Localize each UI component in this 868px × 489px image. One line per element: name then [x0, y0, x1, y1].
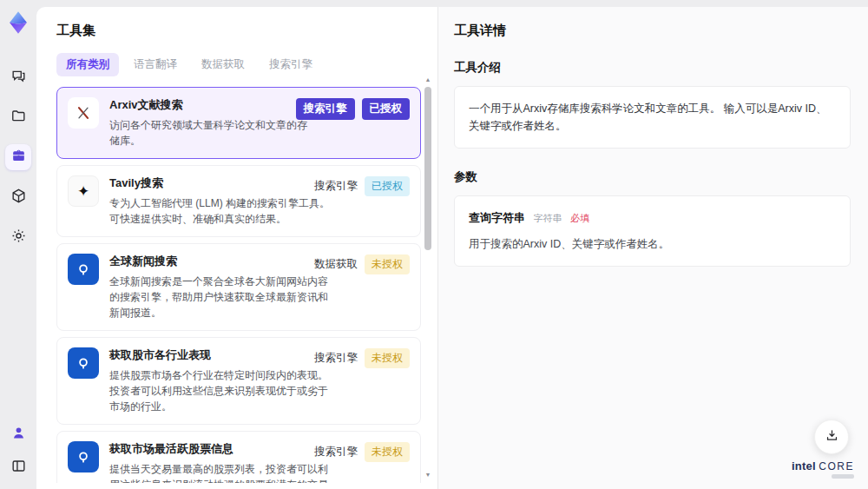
arxiv-icon: [68, 97, 99, 129]
tool-description: 访问各个研究领域大量科学论文和文章的存储库。: [109, 117, 307, 149]
folder-icon: [10, 108, 27, 128]
tool-description: 专为人工智能代理 (LLM) 构建的搜索引擎工具。可快速提供实时、准确和真实的结…: [109, 195, 335, 227]
scroll-down-icon[interactable]: ▼: [424, 472, 432, 479]
app-window: 工具集 所有类别 语言翻译 数据获取 搜索引擎 Arxiv文献搜索: [0, 0, 868, 489]
category-badge: 搜索引擎: [296, 98, 355, 120]
sidebar-item-toolset[interactable]: [5, 144, 31, 170]
params-heading: 参数: [454, 169, 851, 185]
tool-description: 全球新闻搜索是一个聚合全球各大新闻网站内容的搜索引擎，帮助用户快速获取全球最新资…: [109, 274, 335, 320]
scrollbar-thumb[interactable]: [424, 87, 431, 250]
category-badge: 数据获取: [314, 257, 358, 272]
sidebar-item-packages[interactable]: [5, 184, 31, 210]
tool-title: 获取股市各行业表现: [109, 347, 335, 363]
tool-title: 全球新闻搜索: [109, 254, 335, 269]
tab-search-engine[interactable]: 搜索引擎: [260, 53, 322, 76]
category-tabs: 所有类别 语言翻译 数据获取 搜索引擎: [56, 53, 437, 76]
intro-heading: 工具介绍: [454, 60, 851, 76]
auth-status-badge: 未授权: [365, 348, 410, 368]
category-badge: 搜索引擎: [314, 445, 358, 459]
tool-card-tavily[interactable]: ✦ Tavily搜索 专为人工智能代理 (LLM) 构建的搜索引擎工具。可快速提…: [56, 165, 421, 237]
param-description: 用于搜索的Arxiv ID、关键字或作者姓名。: [469, 235, 836, 253]
list-scrollbar[interactable]: ▲ ▼: [424, 76, 432, 479]
sidebar-item-settings[interactable]: [5, 224, 31, 250]
download-icon: [825, 428, 839, 446]
param-name: 查询字符串: [469, 211, 525, 224]
sidebar-item-chat[interactable]: [5, 64, 31, 90]
brand-core-text: core: [819, 460, 854, 472]
tool-card-most-active-stocks[interactable]: 获取市场最活跃股票信息 提供当天交易量最高的股票列表，投资者可以利用这些信息来识…: [56, 431, 421, 483]
auth-status-badge: 未授权: [365, 442, 410, 462]
param-box: 查询字符串 字符串 必填 用于搜索的Arxiv ID、关键字或作者姓名。: [454, 195, 851, 267]
gear-icon: [10, 228, 27, 248]
tool-detail-pane: 工具详情 工具介绍 一个用于从Arxiv存储库搜索科学论文和文章的工具。 输入可…: [437, 7, 868, 489]
tool-card-sector-performance[interactable]: 获取股市各行业表现 提供股票市场各个行业在特定时间段内的表现。投资者可以利用这些…: [56, 337, 421, 425]
tool-title: Arxiv文献搜索: [109, 97, 307, 113]
auth-status-badge: 已授权: [362, 98, 411, 120]
chat-icon: [10, 68, 27, 88]
tool-list: Arxiv文献搜索 访问各个研究领域大量科学论文和文章的存储库。 搜索引擎 已授…: [56, 87, 421, 483]
param-required-flag: 必填: [570, 213, 589, 223]
panel-icon: [10, 458, 27, 478]
app-logo-icon: [6, 10, 30, 35]
auth-status-badge: 已授权: [365, 176, 410, 196]
scroll-up-icon[interactable]: ▲: [424, 76, 432, 83]
category-badge: 搜索引擎: [314, 351, 358, 366]
tool-title: Tavily搜索: [109, 175, 335, 191]
tab-data-fetch[interactable]: 数据获取: [192, 53, 254, 76]
brand-intel-text: intel: [792, 459, 816, 472]
tool-card-arxiv[interactable]: Arxiv文献搜索 访问各个研究领域大量科学论文和文章的存储库。 搜索引擎 已授…: [56, 87, 421, 159]
download-button[interactable]: [814, 420, 849, 454]
tool-card-global-news[interactable]: 全球新闻搜索 全球新闻搜索是一个聚合全球各大新闻网站内容的搜索引擎，帮助用户快速…: [56, 243, 421, 331]
news-api-icon: [68, 441, 99, 472]
tab-all-categories[interactable]: 所有类别: [56, 53, 119, 76]
left-rail: [0, 0, 36, 489]
tool-description: 提供当天交易量最高的股票列表，投资者可以利用这些信息来识别流动性强的股票和潜在的…: [109, 461, 335, 483]
tool-description: 提供股票市场各个行业在特定时间段内的表现。投资者可以利用这些信息来识别表现优于或…: [109, 367, 335, 414]
news-api-icon: [68, 254, 99, 285]
tool-title: 获取市场最活跃股票信息: [109, 441, 335, 457]
sidebar-item-account[interactable]: [5, 421, 31, 447]
page-title: 工具集: [56, 23, 437, 39]
briefcase-icon: [10, 148, 27, 168]
intro-box: 一个用于从Arxiv存储库搜索科学论文和文章的工具。 输入可以是Arxiv ID…: [454, 86, 851, 149]
toolset-pane: 工具集 所有类别 语言翻译 数据获取 搜索引擎 Arxiv文献搜索: [36, 7, 437, 489]
tab-translation[interactable]: 语言翻译: [124, 53, 187, 76]
sidebar-item-files[interactable]: [5, 104, 31, 130]
user-icon: [10, 425, 27, 445]
news-api-icon: [68, 347, 99, 379]
auth-status-badge: 未授权: [365, 254, 410, 274]
intel-core-logo: intel core: [792, 460, 854, 479]
cube-icon: [10, 188, 27, 208]
brand-sub-mark: [832, 474, 854, 479]
sidebar-item-panel-toggle[interactable]: [5, 454, 31, 480]
tavily-star-icon: ✦: [68, 175, 99, 207]
category-badge: 搜索引擎: [314, 179, 358, 194]
detail-title: 工具详情: [454, 23, 851, 39]
param-type: 字符串: [533, 213, 562, 223]
